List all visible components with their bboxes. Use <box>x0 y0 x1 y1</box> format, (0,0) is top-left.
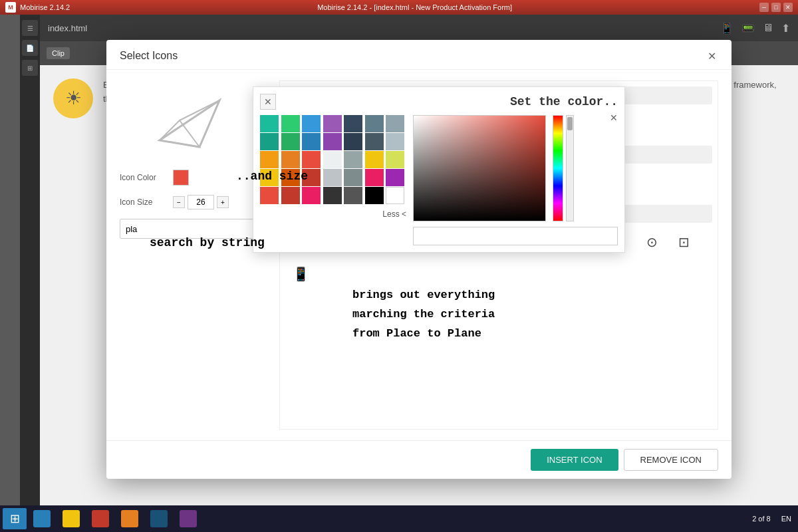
size-input-field[interactable] <box>188 195 214 209</box>
dialog-header: Select Icons ✕ <box>106 40 732 70</box>
taskbar-language: EN <box>777 515 795 523</box>
window-title: Mobirise 2.14.2 - [index.html - New Prod… <box>70 3 759 11</box>
swatch-dark-red[interactable] <box>302 169 321 186</box>
taskbar-ftp-btn[interactable] <box>116 508 144 529</box>
icon-search-input[interactable] <box>120 219 266 239</box>
swatch-gold[interactable] <box>260 169 279 186</box>
swatch-navy[interactable] <box>344 115 362 132</box>
swatch-white-gray[interactable] <box>323 151 342 168</box>
insert-icon-btn[interactable]: INSERT ICON <box>531 449 618 471</box>
swatch-magenta[interactable] <box>386 169 404 186</box>
icon-size-label: Icon Size <box>120 198 166 207</box>
color-picker-close-btn[interactable]: ✕ <box>260 94 276 110</box>
color-picker-popup: ✕ Set the color.. <box>253 86 625 253</box>
icon-cell-bag2[interactable]: ⊡ <box>668 227 699 257</box>
hue-slider[interactable] <box>553 115 563 221</box>
size-increase-btn[interactable]: + <box>217 196 229 208</box>
swatch-gray-blue[interactable] <box>365 115 384 132</box>
app-logo: M <box>5 2 16 13</box>
swatch-teal[interactable] <box>260 115 279 132</box>
size-decrease-btn[interactable]: − <box>173 196 185 208</box>
content-image: ☀ <box>53 78 93 118</box>
swatch-yellow[interactable] <box>365 151 384 168</box>
swatch-silver[interactable] <box>386 133 404 150</box>
swatch-medium-gray[interactable] <box>344 151 362 168</box>
taskbar-mobirise-btn[interactable] <box>86 508 114 529</box>
color-picker-header: ✕ Set the color.. <box>260 94 618 110</box>
taskbar-folder-btn[interactable] <box>57 508 85 529</box>
topbar-mobile-icon[interactable]: 📱 <box>720 22 733 35</box>
taskbar-bottom: ⊞ 2 of 8 EN <box>0 505 798 532</box>
swatch-purple[interactable] <box>323 115 342 132</box>
topbar-tablet-icon[interactable]: 📟 <box>741 22 755 35</box>
swatch-charcoal[interactable] <box>344 187 362 204</box>
swatch-dark-blue[interactable] <box>302 133 321 150</box>
icon-cell-mobile[interactable]: 📱 <box>285 259 316 289</box>
sidebar-pages-icon[interactable]: 📄 <box>22 40 38 56</box>
topbar-publish-icon[interactable]: ⬆ <box>781 22 790 35</box>
dialog-title: Select Icons <box>120 50 178 62</box>
swatch-near-black[interactable] <box>323 187 342 204</box>
browser-icon <box>33 510 51 527</box>
icon-size-row: Icon Size − + <box>120 195 266 209</box>
icon-color-label: Icon Color <box>120 173 166 182</box>
color-picker-title: Set the color.. <box>510 95 618 108</box>
svg-marker-1 <box>160 120 200 147</box>
sidebar-components-icon[interactable]: ⊞ <box>22 60 38 76</box>
taskbar-word-btn[interactable] <box>145 508 173 529</box>
folder-icon <box>63 510 80 527</box>
word-icon <box>150 510 168 527</box>
titlebar: M Mobirise 2.14.2 Mobirise 2.14.2 - [ind… <box>0 0 798 15</box>
swatch-light-gray2[interactable] <box>323 169 342 186</box>
left-sidebar: ☰ 📄 ⊞ <box>20 15 40 505</box>
start-btn[interactable]: ⊞ <box>3 508 27 529</box>
color-swatches-grid <box>260 115 406 204</box>
swatch-blue[interactable] <box>302 115 321 132</box>
ps-icon <box>180 510 197 527</box>
swatch-green[interactable] <box>281 115 300 132</box>
toolbar-clip-btn[interactable]: Clip <box>47 47 70 59</box>
minimize-btn[interactable]: ─ <box>759 3 769 12</box>
app-topbar: index.html 📱 📟 🖥 ⬆ <box>40 15 798 41</box>
swatch-dark-red2[interactable] <box>281 187 300 204</box>
swatch-dark-teal[interactable] <box>260 133 279 150</box>
swatch-orange[interactable] <box>260 151 279 168</box>
dialog-close-btn[interactable]: ✕ <box>705 49 718 63</box>
swatch-darker-gray-blue[interactable] <box>365 133 384 150</box>
taskbar-ps-btn[interactable] <box>174 508 202 529</box>
remove-icon-btn[interactable]: REMOVE ICON <box>624 449 718 471</box>
swatch-red[interactable] <box>302 151 321 168</box>
color-hex-input[interactable] <box>413 227 618 245</box>
swatch-red2[interactable] <box>260 187 279 204</box>
swatch-black[interactable] <box>365 187 384 204</box>
gradient-canvas[interactable] <box>413 115 546 221</box>
svg-line-2 <box>180 100 219 120</box>
maximize-btn[interactable]: □ <box>771 3 781 12</box>
taskbar-browser-btn[interactable] <box>28 508 56 529</box>
paper-plane-preview-icon <box>153 80 233 160</box>
current-file-title: index.html <box>48 23 87 33</box>
swatch-pink2[interactable] <box>302 187 321 204</box>
window-controls: ─ □ ✕ <box>759 3 793 12</box>
swatch-pink[interactable] <box>365 169 384 186</box>
swatch-dark-purple[interactable] <box>323 133 342 150</box>
color-picker-less-btn[interactable]: Less < <box>260 209 406 219</box>
swatch-dark-orange[interactable] <box>281 151 300 168</box>
swatch-white[interactable] <box>386 187 404 204</box>
topbar-desktop-icon[interactable]: 🖥 <box>763 22 773 34</box>
swatch-lime[interactable] <box>386 151 404 168</box>
icon-cell-pin[interactable]: ⊙ <box>636 227 667 257</box>
swatch-burnt-orange[interactable] <box>281 169 300 186</box>
swatch-dark-gray[interactable] <box>344 169 362 186</box>
dialog-footer: INSERT ICON REMOVE ICON <box>106 440 732 479</box>
swatch-dark-green[interactable] <box>281 133 300 150</box>
size-controls: − + <box>173 195 229 209</box>
gradient-panel-close-btn[interactable]: ✕ <box>610 112 618 123</box>
app-name: Mobirise 2.14.2 <box>20 3 70 11</box>
mobirise-icon <box>92 510 109 527</box>
sidebar-menu-icon[interactable]: ☰ <box>22 20 38 36</box>
swatch-dark-navy[interactable] <box>344 133 362 150</box>
icon-color-swatch[interactable] <box>173 170 189 186</box>
close-window-btn[interactable]: ✕ <box>783 3 793 12</box>
swatch-light-gray[interactable] <box>386 115 404 132</box>
